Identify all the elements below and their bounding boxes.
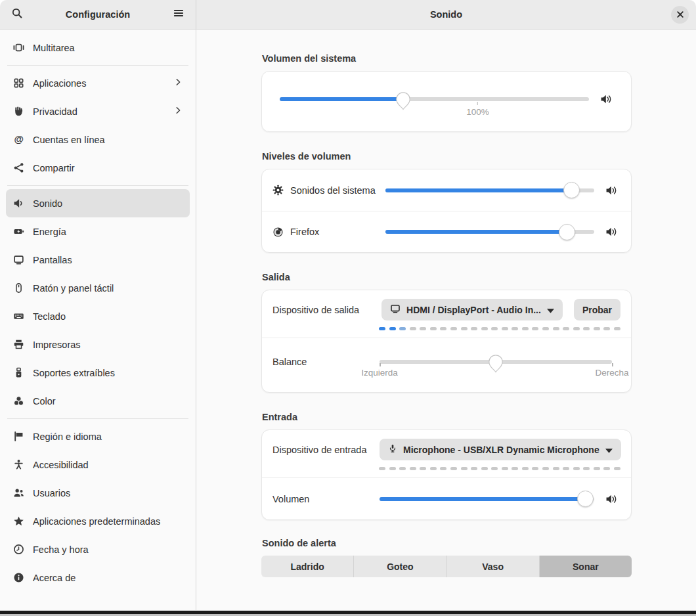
sidebar-item-fecha-hora[interactable]: Fecha y hora	[6, 535, 190, 563]
slider-handle[interactable]	[559, 224, 575, 240]
slider-fill	[385, 230, 567, 234]
balance-slider[interactable]: Izquierda Derecha	[380, 352, 612, 372]
apps-grid-icon	[13, 77, 24, 89]
app-volume-label: Sonidos del sistema	[290, 185, 376, 196]
sidebar-item-impresoras[interactable]: Impresoras	[6, 330, 190, 359]
sidebar-item-aplicaciones-predeterminadas[interactable]: Aplicaciones predeterminadas	[6, 507, 190, 535]
slider-track[interactable]	[380, 497, 594, 501]
volume-levels-card: Sonidos del sistema Firefox	[261, 169, 632, 253]
system-sounds-volume-slider[interactable]	[385, 181, 594, 200]
system-volume-slider[interactable]: 100%	[280, 89, 589, 109]
sidebar-item-multitarea[interactable]: Multitarea	[6, 33, 190, 62]
monitor-icon	[13, 254, 24, 265]
settings-window: Configuración Sonido Multitarea Ap	[0, 0, 696, 616]
sidebar-item-energia[interactable]: Energía	[6, 217, 190, 246]
share-icon	[13, 162, 24, 173]
output-device-dropdown[interactable]: HDMI / DisplayPort - Audio In...	[381, 299, 563, 320]
system-volume-heading: Volumen del sistema	[262, 53, 632, 64]
alert-sound-segments: Ladrido Goteo Vaso Sonar	[261, 556, 632, 577]
mark-label: 100%	[466, 107, 489, 117]
close-button[interactable]	[671, 6, 689, 24]
sidebar-item-soportes-extraibles[interactable]: Soportes extraíbles	[6, 359, 190, 387]
search-icon	[11, 7, 23, 22]
printer-icon	[13, 339, 24, 350]
app-title: Configuración	[28, 9, 168, 20]
sidebar-item-accesibilidad[interactable]: Accesibilidad	[6, 451, 190, 479]
slider-handle[interactable]	[563, 182, 580, 198]
app-volume-label: Firefox	[290, 227, 319, 237]
sidebar-item-label: Acerca de	[33, 573, 183, 583]
sidebar-item-privacidad[interactable]: Privacidad	[6, 97, 190, 125]
sidebar-item-raton[interactable]: Ratón y panel táctil	[6, 274, 190, 302]
slider-track[interactable]	[280, 97, 589, 101]
input-device-dropdown[interactable]: Microphone - USB/XLR Dynamic Microphone	[380, 439, 621, 460]
system-volume-card: 100%	[261, 71, 632, 132]
sound-settings-page: Volumen del sistema 100% Niveles de volu…	[197, 30, 696, 610]
main-menu-button[interactable]	[168, 4, 189, 25]
output-device-label: Dispositivo de salida	[272, 305, 380, 315]
slider-handle[interactable]	[577, 491, 594, 507]
input-volume-label: Volumen	[272, 494, 380, 504]
sidebar-item-aplicaciones[interactable]: Aplicaciones	[6, 69, 190, 97]
sidebar-item-sonido[interactable]: Sonido	[6, 189, 190, 217]
sidebar-item-color[interactable]: Color	[6, 387, 190, 415]
sidebar-item-label: Aplicaciones	[33, 78, 165, 89]
balance-label: Balance	[272, 357, 380, 367]
output-level-meter	[379, 327, 620, 330]
sidebar-divider	[7, 185, 188, 186]
speaker-volume-icon	[605, 185, 620, 196]
firefox-volume-slider[interactable]	[385, 222, 594, 242]
sidebar-item-label: Soportes extraíbles	[33, 368, 183, 378]
slider-handle[interactable]	[395, 91, 412, 111]
sidebar-item-region-idioma[interactable]: Región e idioma	[6, 422, 190, 451]
slider-handle[interactable]	[487, 353, 504, 374]
app-volume-row-firefox: Firefox	[262, 211, 631, 252]
input-volume-row: Volumen	[262, 477, 631, 519]
sidebar-item-usuarios[interactable]: Usuarios	[6, 479, 190, 507]
battery-icon	[13, 226, 24, 237]
alert-sound-heading: Sonido de alerta	[262, 538, 632, 548]
sidebar-item-pantallas[interactable]: Pantallas	[6, 246, 190, 274]
alert-option-ladrido[interactable]: Ladrido	[261, 556, 353, 577]
hand-icon	[13, 106, 24, 117]
sidebar-item-label: Impresoras	[33, 340, 183, 350]
balance-right-tick	[612, 363, 613, 366]
slider-fill	[385, 188, 571, 192]
sidebar-item-label: Privacidad	[33, 106, 165, 117]
mouse-icon	[13, 282, 24, 294]
sidebar-item-cuentas-en-linea[interactable]: @ Cuentas en línea	[6, 125, 190, 154]
alert-option-sonar[interactable]: Sonar	[539, 556, 632, 577]
firefox-icon	[272, 227, 284, 238]
output-device-value: HDMI / DisplayPort - Audio In...	[406, 305, 541, 315]
output-device-row: Dispositivo de salida HDMI / DisplayPort…	[262, 290, 631, 338]
chevron-right-icon	[173, 77, 183, 89]
color-circles-icon	[13, 395, 24, 407]
app-volume-row-system-sounds: Sonidos del sistema	[262, 169, 631, 211]
input-volume-slider[interactable]	[380, 489, 594, 509]
alert-option-vaso[interactable]: Vaso	[446, 556, 539, 577]
close-icon	[676, 9, 684, 21]
sidebar: Multitarea Aplicaciones Privacidad @ Cue…	[0, 30, 196, 610]
alert-option-goteo[interactable]: Goteo	[353, 556, 446, 577]
usb-drive-icon	[13, 367, 24, 378]
sidebar-item-compartir[interactable]: Compartir	[6, 154, 190, 182]
segment-label: Vaso	[482, 561, 504, 572]
multitasking-icon	[13, 42, 24, 53]
input-card: Dispositivo de entrada Microphone - USB/…	[261, 429, 632, 520]
sidebar-item-label: Cuentas en línea	[33, 135, 183, 145]
sidebar-item-label: Color	[33, 396, 183, 407]
search-button[interactable]	[7, 4, 28, 25]
sidebar-titlebar: Configuración	[0, 0, 196, 29]
sidebar-item-label: Fecha y hora	[33, 544, 183, 555]
sidebar-item-label: Región e idioma	[33, 431, 183, 442]
page-title: Sonido	[196, 9, 696, 20]
test-output-button[interactable]: Probar	[574, 299, 620, 320]
sidebar-item-acerca-de[interactable]: Acerca de	[6, 563, 190, 592]
output-heading: Salida	[262, 272, 632, 282]
input-level-meter	[379, 467, 620, 470]
sidebar-item-label: Teclado	[33, 311, 183, 322]
sidebar-item-teclado[interactable]: Teclado	[6, 302, 190, 330]
sidebar-item-label: Energía	[33, 227, 183, 237]
star-icon	[13, 516, 24, 527]
mark-tick	[477, 102, 479, 105]
